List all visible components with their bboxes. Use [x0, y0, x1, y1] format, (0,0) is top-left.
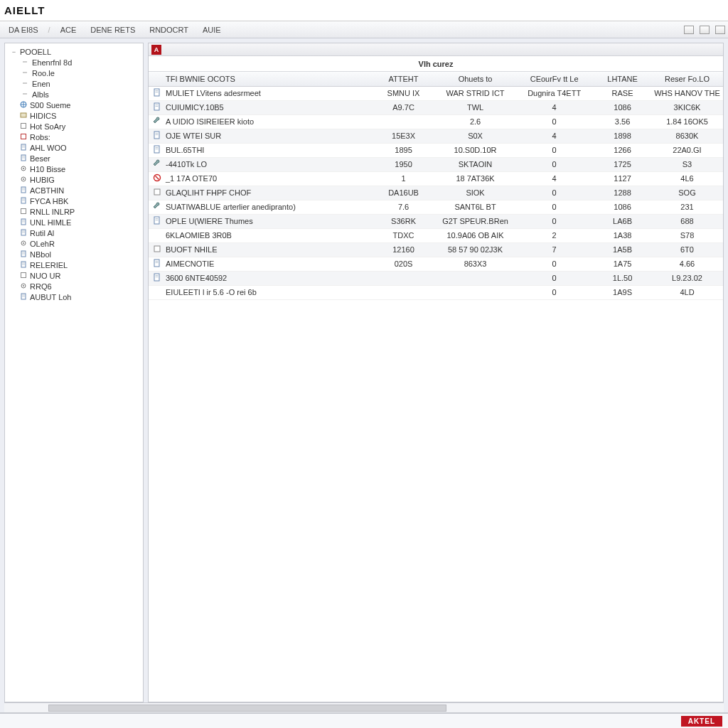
tree-item-icon — [20, 229, 27, 237]
tree-item[interactable]: HIDICS — [6, 110, 141, 121]
tree-item[interactable]: RRQ6 — [6, 281, 141, 291]
row-c3: 4 — [515, 100, 594, 114]
tree-item-icon — [22, 80, 29, 88]
row-c1: TDXC — [371, 228, 436, 242]
table-row[interactable]: BUOFT NHILE1216058 57 90 02J3K71A5B6T0 — [149, 242, 723, 257]
menu-item-3[interactable]: RNDOCRT — [144, 24, 194, 36]
tree-item[interactable]: Ehenrfnl 8d — [6, 57, 141, 68]
window-minimize-icon[interactable] — [684, 26, 694, 34]
row-name: 3600 6NTE40592 — [166, 274, 227, 282]
tree-item[interactable]: RELERIEL — [6, 259, 141, 270]
panel-subheader: Vlh curez — [149, 56, 723, 72]
table-row[interactable]: OPLE U(WIERE ThumesS36RKG2T SPEUR.BRen0L… — [149, 214, 723, 228]
tree-root[interactable]: − POOELL — [6, 46, 141, 57]
table-row[interactable]: AIMECNOTIE020S863X301A754.66 — [149, 257, 723, 271]
table-row[interactable]: 6KLAOMIEB 3R0BTDXC10.9A06 OB AIK21A38S78 — [149, 228, 723, 242]
scrollbar-thumb[interactable] — [48, 705, 446, 712]
col-header-2[interactable]: Ohuets to — [436, 72, 515, 86]
col-header-5[interactable]: Reser Fo.LO — [651, 72, 723, 86]
tree-item[interactable]: H10 Bisse — [6, 164, 141, 174]
tree-item[interactable]: Enen — [6, 78, 141, 89]
row-c4: 1898 — [594, 129, 651, 143]
table-row[interactable]: SUATIWABLUE arterlier anedipranto)7.6SAN… — [149, 200, 723, 214]
panel-header: A — [149, 43, 723, 56]
svg-rect-47 — [154, 89, 159, 96]
table-row[interactable]: _1 17A OTE70118 7AT36K411274L6 — [149, 171, 723, 186]
row-c2: 2.6 — [436, 114, 515, 129]
tree-item-label: Robs: — [30, 133, 50, 141]
tree-item[interactable]: AHL WOO — [6, 142, 141, 153]
tree-item-icon — [20, 272, 27, 280]
row-c4: 1L.50 — [594, 271, 651, 285]
tree-item-label: RNLL INLRP — [30, 208, 75, 216]
tree-item-label: HUBIG — [30, 176, 55, 184]
tree-item-icon — [20, 112, 27, 120]
tree-item[interactable]: Hot SoAry — [6, 121, 141, 132]
table-row[interactable]: -4410Tk LO1950SKTAOIN01725S3 — [149, 157, 723, 171]
tree-item[interactable]: NUO UR — [6, 270, 141, 281]
row-name: 6KLAOMIEB 3R0B — [166, 231, 232, 240]
grid-header-row: TFI BWNIE OCOTS ATTEHT Ohuets to CEourFv… — [149, 72, 723, 86]
tree-item-label: S00 Sueme — [30, 101, 70, 109]
tree-item[interactable]: FYCA HBK — [6, 196, 141, 206]
tree-item-icon — [20, 293, 27, 301]
tree-item[interactable]: Rutil Al — [6, 228, 141, 238]
row-c2: 863X3 — [436, 257, 515, 271]
menu-item-4[interactable]: AUIE — [197, 24, 227, 36]
col-header-0[interactable]: TFI BWNIE OCOTS — [149, 72, 371, 86]
window-maximize-icon[interactable] — [700, 26, 710, 34]
table-row[interactable]: OJE WTEI SUR15E3XS0X418988630K — [149, 129, 723, 143]
table-row[interactable]: 3600 6NTE4059201L.50L9.23.02 — [149, 271, 723, 285]
tree-item[interactable]: OLehR — [6, 238, 141, 249]
menu-item-0[interactable]: DA EI8S — [3, 24, 44, 36]
row-icon — [153, 216, 161, 226]
row-c1: 1 — [371, 171, 436, 186]
table-row[interactable]: CUIUMICY.10B5A9.7CTWL410863KIC6K — [149, 100, 723, 114]
table-row[interactable]: MULIET LVitens adesrmeetSMNU IXWAR STRID… — [149, 86, 723, 100]
tree-item-icon — [22, 58, 29, 67]
tree-item[interactable]: NBbol — [6, 249, 141, 259]
table-row[interactable]: BUL.65THI189510.S0D.10R0126622A0.GI — [149, 143, 723, 157]
row-c3: 0 — [515, 285, 594, 299]
col-header-3[interactable]: CEourFv tt Le — [515, 72, 594, 86]
tree-item-icon — [22, 69, 29, 77]
svg-rect-65 — [154, 246, 160, 252]
svg-rect-41 — [21, 272, 26, 277]
tree-item[interactable]: AUBUT Loh — [6, 291, 141, 302]
row-icon — [153, 273, 161, 283]
tree-item[interactable]: Beser — [6, 153, 141, 164]
tree-item[interactable]: ACBTHIN — [6, 185, 141, 196]
row-c3: Dugnira T4ETT — [515, 86, 594, 100]
col-header-1[interactable]: ATTEHT — [371, 72, 436, 86]
tree-item[interactable]: UNL HIMLE — [6, 217, 141, 228]
row-c1: SMNU IX — [371, 86, 436, 100]
row-c1: S36RK — [371, 214, 436, 228]
row-c2: SANT6L BT — [436, 200, 515, 214]
window-close-icon[interactable] — [715, 26, 725, 34]
row-c3: 0 — [515, 157, 594, 171]
tree-item[interactable]: Robs: — [6, 132, 141, 142]
row-c4: 1725 — [594, 157, 651, 171]
tree-item[interactable]: RNLL INLRP — [6, 206, 141, 217]
tree-item[interactable]: S00 Sueme — [6, 100, 141, 110]
table-row[interactable]: A UIDIO ISIREIEER kioto2.603.561.84 16OK… — [149, 114, 723, 129]
svg-rect-8 — [21, 123, 26, 128]
row-c5: 3KIC6K — [651, 100, 723, 114]
row-c3: 4 — [515, 129, 594, 143]
menu-item-2[interactable]: DENE RETS — [85, 24, 141, 36]
table-row[interactable]: EIULEETI l ir 5.6 -O rei 6b01A9S4LD — [149, 285, 723, 299]
row-c5: S78 — [651, 228, 723, 242]
table-row[interactable]: GLAQLIHT FHPF CHOFDA16UBSIOK01288SOG — [149, 186, 723, 200]
row-name: SUATIWABLUE arterlier anedipranto) — [166, 203, 296, 211]
col-header-4[interactable]: LHTANE — [594, 72, 651, 86]
tree-item[interactable]: Roo.le — [6, 68, 141, 78]
tree-item-label: Rutil Al — [30, 229, 54, 237]
tree-item[interactable]: Albls — [6, 89, 141, 100]
tree-item[interactable]: HUBIG — [6, 174, 141, 185]
menu-item-1[interactable]: ACE — [55, 24, 82, 36]
horizontal-scrollbar[interactable] — [4, 702, 724, 712]
row-c3: 0 — [515, 143, 594, 157]
menu-separator: / — [47, 26, 52, 34]
row-name: OPLE U(WIERE Thumes — [166, 217, 253, 225]
collapse-icon[interactable]: − — [11, 48, 17, 55]
